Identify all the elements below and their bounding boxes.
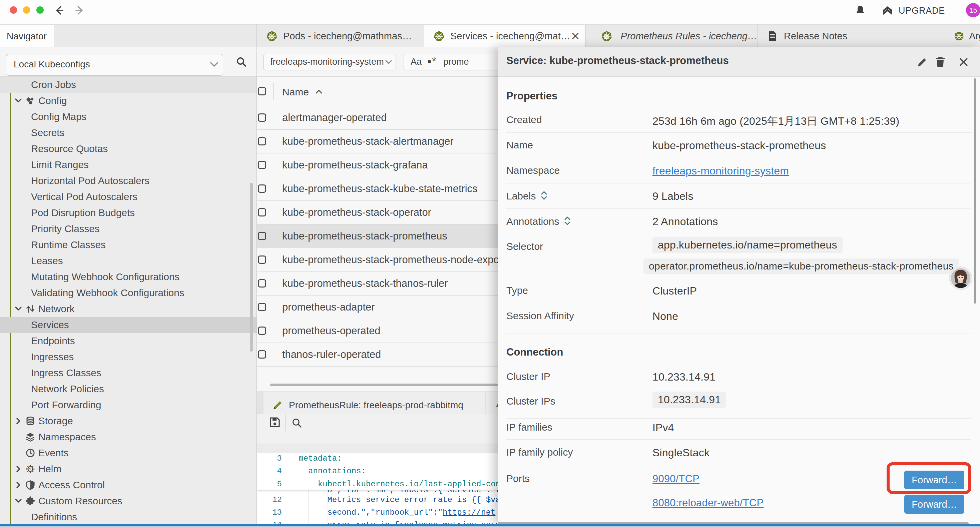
svg-text:HELM: HELM bbox=[26, 468, 34, 471]
